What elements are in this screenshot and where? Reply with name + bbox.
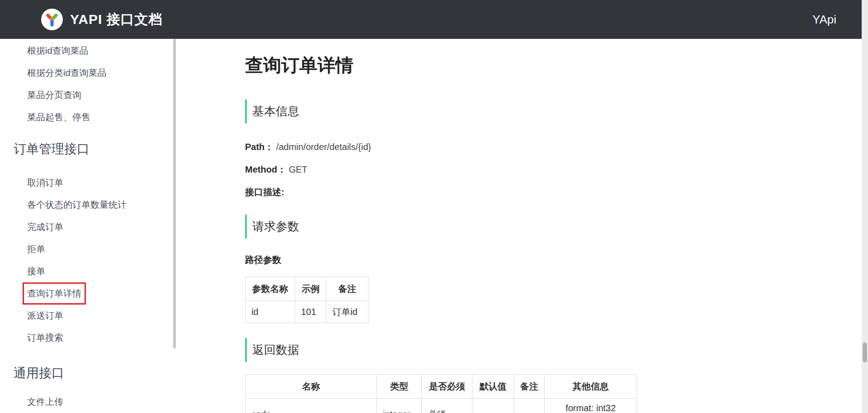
table-header-row: 参数名称 示例 备注	[245, 277, 368, 301]
sidebar-item-dish-on-off-sale[interactable]: 菜品起售、停售	[0, 106, 176, 128]
sidebar-item-dish-by-category[interactable]: 根据分类id查询菜品	[0, 62, 176, 84]
col-required: 是否必须	[422, 375, 472, 399]
header-yapi-link[interactable]: YApi	[812, 13, 836, 27]
page-scrollbar-thumb[interactable]	[863, 343, 867, 362]
col-param-name: 参数名称	[245, 277, 295, 301]
method-value: GET	[289, 164, 307, 174]
active-item-highlight-box: 查询订单详情	[23, 282, 86, 305]
sidebar-scrollbar-thumb[interactable]	[173, 39, 176, 348]
main-content: 查询订单详情 基本信息 Path： /admin/order/details/{…	[245, 39, 862, 413]
table-row: id 101 订单id	[245, 301, 368, 323]
col-remark: 备注	[514, 375, 545, 399]
col-remark: 备注	[326, 277, 368, 301]
sidebar-section-common-api: 通用接口	[0, 357, 176, 389]
description-row: 接口描述:	[245, 187, 862, 197]
sidebar-section-order-api: 订单管理接口	[0, 133, 176, 165]
app-title: YAPI 接口文档	[70, 10, 163, 29]
path-label: Path：	[245, 142, 274, 152]
sidebar-item-cancel-order[interactable]: 取消订单	[0, 172, 176, 194]
method-row: Method： GET	[245, 164, 862, 175]
col-default: 默认值	[472, 375, 514, 399]
table-row: code integer 必须 format: int32	[245, 399, 637, 413]
cell-remark	[514, 399, 545, 413]
sidebar-item-reject-order[interactable]: 拒单	[0, 238, 176, 260]
table-header-row: 名称 类型 是否必须 默认值 备注 其他信息	[245, 375, 637, 399]
section-heading-basic-info: 基本信息	[245, 99, 862, 123]
sidebar-item-deliver-order[interactable]: 派送订单	[0, 305, 176, 327]
cell-required: 必须	[422, 399, 472, 413]
section-heading-request-params: 请求参数	[245, 215, 862, 239]
col-other-info: 其他信息	[545, 375, 637, 399]
sidebar-item-order-status-count[interactable]: 各个状态的订单数量统计	[0, 194, 176, 216]
col-example: 示例	[295, 277, 326, 301]
sidebar-item-order-search[interactable]: 订单搜索	[0, 327, 176, 349]
page-title: 查询订单详情	[245, 55, 862, 75]
section-heading-response-data: 返回数据	[245, 338, 862, 362]
yapi-logo-icon	[41, 9, 63, 30]
description-label: 接口描述:	[245, 187, 284, 197]
cell-param-name: id	[245, 301, 295, 323]
header-bar: YAPI 接口文档 YApi	[0, 0, 862, 39]
cell-type: integer	[377, 399, 422, 413]
col-name: 名称	[245, 375, 377, 399]
path-row: Path： /admin/order/details/{id}	[245, 141, 862, 152]
sidebar-nav: 根据id查询菜品 根据分类id查询菜品 菜品分页查询 菜品起售、停售 订单管理接…	[0, 39, 176, 413]
cell-name: code	[245, 399, 377, 413]
path-params-table: 参数名称 示例 备注 id 101 订单id	[245, 277, 368, 323]
col-type: 类型	[377, 375, 422, 399]
cell-default	[472, 399, 514, 413]
sidebar-item-dish-page-query[interactable]: 菜品分页查询	[0, 84, 176, 106]
cell-example: 101	[295, 301, 326, 323]
sidebar-item-file-upload[interactable]: 文件上传	[0, 391, 176, 413]
sidebar-item-dish-by-id[interactable]: 根据id查询菜品	[0, 40, 176, 62]
response-data-table: 名称 类型 是否必须 默认值 备注 其他信息 code integer 必须 f…	[245, 374, 637, 413]
subheading-path-params: 路径参数	[245, 255, 862, 265]
cell-remark: 订单id	[326, 301, 368, 323]
cell-other-info: format: int32	[545, 399, 637, 413]
sidebar-item-order-details-active[interactable]: 查询订单详情	[0, 282, 176, 305]
sidebar-item-accept-order[interactable]: 接单	[0, 260, 176, 282]
method-label: Method：	[245, 164, 286, 174]
path-value: /admin/order/details/{id}	[276, 142, 371, 152]
sidebar-item-complete-order[interactable]: 完成订单	[0, 216, 176, 238]
